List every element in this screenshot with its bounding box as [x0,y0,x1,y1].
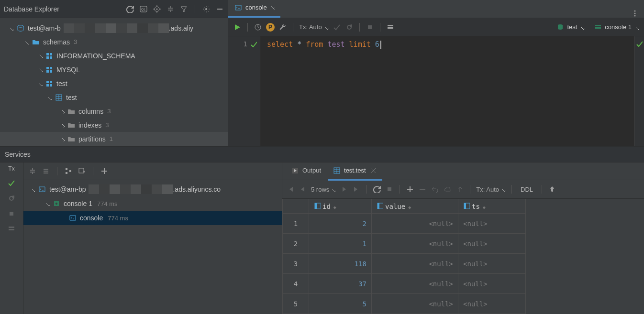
remove-row-icon[interactable] [418,185,427,194]
stop-square-icon[interactable] [7,209,16,218]
svc-datasource-node[interactable]: test@am-bp .ads.aliyuncs.co [23,182,282,196]
svc-ds-suffix: .ads.aliyuncs.co [173,185,221,193]
revert-icon[interactable] [431,185,439,194]
result-rows-icon[interactable] [386,23,395,32]
add-row-icon[interactable] [406,185,414,194]
close-icon[interactable] [369,166,378,175]
mysql-schema-node[interactable]: MYSQL [0,63,228,76]
tx-icon[interactable]: Tx [8,165,14,172]
chevron-down-icon [331,187,336,192]
datasource-node[interactable]: test@am-b .ads.aliy [0,21,228,35]
filter-icon[interactable] [179,5,188,13]
tab-console[interactable]: console [228,0,280,18]
tab-result-table[interactable]: test.test [328,162,382,181]
partitions-node[interactable]: partitions 1 [0,132,228,146]
run-icon[interactable] [233,23,242,32]
rows-dropdown[interactable]: 5 rows [311,186,336,193]
tx-mode-dropdown[interactable]: Tx: Auto [299,23,329,31]
tx-mode-dropdown[interactable]: Tx: Auto [476,186,506,193]
info-schema-node[interactable]: INFORMATION_SCHEMA [0,49,228,63]
svc-console-node[interactable]: console 774 ms [23,211,282,225]
session-chip[interactable]: console 1 [594,23,639,31]
ddl-button[interactable]: DDL [518,185,536,194]
pin-icon[interactable] [548,185,556,194]
col-value-header[interactable]: value◆ [372,199,458,214]
col-ts-header[interactable]: ts◆ [458,199,526,214]
columns-count: 3 [107,108,111,115]
svc-console1-node[interactable]: console 1 774 ms [23,196,282,211]
chevron-down-icon[interactable] [37,81,43,87]
schema-chip[interactable]: test [556,23,585,31]
table-row[interactable]: 55<null><null> [283,294,526,314]
cloud-icon[interactable] [443,185,452,194]
chevron-right-icon[interactable] [59,122,65,128]
console-icon [38,185,46,193]
folder-icon [67,108,76,115]
folder-icon [67,121,76,129]
add-icon[interactable] [100,167,109,175]
chevron-down-icon[interactable] [30,186,36,192]
grid-toolbar: 5 rows Tx: Auto [282,180,644,199]
chevron-down-icon[interactable] [9,25,14,31]
table-row[interactable]: 21<null><null> [283,234,526,254]
commit-icon[interactable] [333,23,341,32]
table-row[interactable]: 12<null><null> [283,214,526,234]
chevron-right-icon[interactable] [59,108,65,114]
chevron-right-icon[interactable] [37,67,43,73]
chevron-down-icon[interactable] [47,95,53,100]
test-table-node[interactable]: test [0,90,228,104]
more-icon[interactable] [631,9,639,18]
table-row[interactable]: 437<null><null> [283,274,526,294]
chevron-down-icon[interactable] [44,201,50,206]
locate-icon[interactable] [153,5,161,13]
indexes-node[interactable]: indexes 3 [0,118,228,132]
services-tree[interactable]: test@am-bp .ads.aliyuncs.co console 1 77… [23,180,282,314]
collapse-icon[interactable] [166,5,175,13]
collapse-all-icon[interactable] [42,167,50,175]
gear-icon[interactable] [202,5,211,13]
tree-layout-icon[interactable] [64,167,73,175]
schemas-node[interactable]: schemas 3 [0,35,228,49]
refresh-icon[interactable] [126,5,134,13]
sql-console-icon[interactable] [139,5,148,13]
editor-right-gutter [634,36,644,146]
minimize-icon[interactable] [215,5,224,13]
chevron-right-icon[interactable] [37,53,43,59]
console-icon [68,214,77,222]
db-explorer-title: Database Explorer [4,5,59,13]
first-page-icon[interactable] [286,185,295,194]
upload-icon[interactable] [455,185,464,194]
expand-all-icon[interactable] [28,167,37,175]
stop-icon[interactable] [385,185,394,194]
tab-output[interactable]: Output [286,162,326,181]
check-icon [636,40,643,47]
test-schema-node[interactable]: test [0,76,228,90]
last-page-icon[interactable] [352,185,361,194]
close-icon[interactable] [270,4,275,11]
code-text[interactable]: select * from test limit 6 [264,36,634,146]
result-grid[interactable]: id◆ value◆ ts◆ 12<null><null> 21<null><n… [282,199,644,314]
svc-console-label: console [80,214,103,222]
svc-console1-label: console 1 [64,200,92,207]
rollback-icon[interactable] [345,23,354,32]
tx-badge-icon[interactable]: P [266,23,275,32]
reload-icon[interactable] [373,185,381,194]
rownum-header[interactable] [283,199,309,214]
next-page-icon[interactable] [340,185,348,194]
wrench-icon[interactable] [278,23,287,32]
chevron-right-icon[interactable] [59,136,65,142]
partitions-count: 1 [110,135,113,142]
table-row[interactable]: 3118<null><null> [283,254,526,274]
col-id-header[interactable]: id◆ [309,199,372,214]
layout-icon[interactable] [7,225,16,233]
history-icon[interactable] [254,23,262,32]
columns-node[interactable]: columns 3 [0,104,228,118]
prev-page-icon[interactable] [299,185,307,194]
code-editor[interactable]: 1 select * from test limit 6 [228,36,644,146]
check-icon[interactable] [7,179,16,187]
db-tree[interactable]: test@am-b .ads.aliy schemas 3 INFORMATIO… [0,18,228,146]
add-panel-icon[interactable] [78,167,86,175]
chevron-down-icon[interactable] [24,39,30,45]
rerun-icon[interactable] [7,194,16,203]
stop-icon[interactable] [366,23,374,32]
